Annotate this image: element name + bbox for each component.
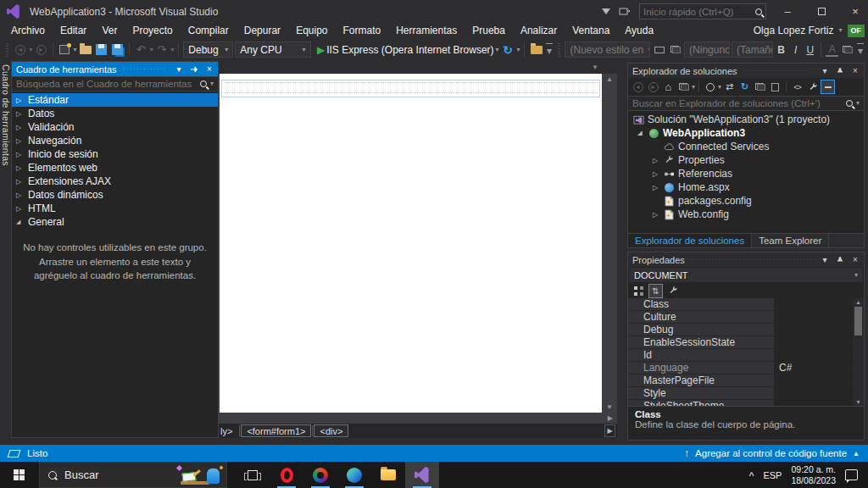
menu-proyecto[interactable]: Proyecto bbox=[125, 23, 180, 38]
tab-solution-explorer[interactable]: Explorador de soluciones bbox=[628, 234, 752, 247]
source-control-link[interactable]: Agregar al control de código fuente bbox=[695, 448, 847, 458]
properties-window-position-icon[interactable]: ▾ bbox=[819, 254, 831, 266]
tree-row-home-aspx[interactable]: ▷ Home.aspx bbox=[628, 180, 864, 194]
tag-navigator-next-icon[interactable]: ▶ bbox=[604, 424, 615, 437]
start-debug-caret-icon[interactable]: ▾ bbox=[496, 47, 499, 53]
toolbox-window-position-icon[interactable]: ▾ bbox=[173, 64, 185, 75]
menu-compilar[interactable]: Compilar bbox=[181, 23, 236, 38]
formatting-toolbar-grip[interactable] bbox=[558, 43, 560, 57]
se-properties-wrench-icon[interactable] bbox=[805, 80, 820, 94]
underline-button[interactable]: U bbox=[804, 42, 816, 58]
toolbox-search-input[interactable] bbox=[16, 79, 197, 89]
tab-team-explorer[interactable]: Team Explorer bbox=[752, 234, 829, 247]
taskbar-microsoft365[interactable] bbox=[303, 462, 337, 488]
taskbar-edge[interactable] bbox=[337, 462, 371, 488]
solution-explorer-window-position-icon[interactable]: ▾ bbox=[819, 65, 831, 77]
tab-list-dropdown-icon[interactable]: ▼ bbox=[592, 64, 598, 71]
menu-analizar[interactable]: Analizar bbox=[513, 23, 565, 38]
div-outline[interactable] bbox=[224, 82, 598, 93]
tree-row-references[interactable]: ▷ Referencias bbox=[628, 167, 864, 180]
target-rule-combo[interactable]: (Nuevo estilo en▾ bbox=[565, 42, 650, 58]
send-feedback-icon[interactable] bbox=[619, 7, 631, 17]
se-pending-changes-icon[interactable] bbox=[703, 80, 717, 94]
expander-icon[interactable]: ▷ bbox=[16, 205, 23, 213]
scroll-right-icon[interactable]: ▶ bbox=[608, 414, 613, 422]
feedback-filter-icon[interactable] bbox=[602, 8, 610, 14]
properties-close-icon[interactable]: × bbox=[849, 254, 861, 266]
toolbox-category-datos-dinamicos[interactable]: ▷Datos dinámicos bbox=[12, 188, 218, 202]
menu-ayuda[interactable]: Ayuda bbox=[617, 23, 661, 38]
minimize-button[interactable]: – bbox=[775, 1, 800, 22]
menu-ver[interactable]: Ver bbox=[94, 23, 125, 38]
browse-with-icon[interactable] bbox=[529, 41, 543, 58]
toolbox-category-datos[interactable]: ▷Datos bbox=[12, 107, 218, 120]
menu-formato[interactable]: Formato bbox=[336, 23, 389, 38]
scroll-up-icon[interactable]: ▲ bbox=[855, 299, 861, 305]
close-button[interactable]: × bbox=[843, 1, 868, 22]
se-code-view-icon[interactable]: <> bbox=[790, 80, 804, 94]
menu-prueba[interactable]: Prueba bbox=[465, 23, 513, 38]
editor-vertical-scrollbar[interactable]: ▲ ▼ bbox=[602, 74, 617, 413]
expander-icon[interactable]: ▷ bbox=[16, 164, 23, 172]
font-size-combo[interactable]: (Tamaño▾ bbox=[732, 42, 773, 58]
taskbar-clock[interactable]: 09:20 a. m. 18/08/2023 bbox=[791, 464, 836, 485]
toolbar-grip[interactable] bbox=[6, 43, 8, 57]
toolbox-category-html[interactable]: ▷HTML bbox=[12, 202, 218, 215]
navigate-back-caret-icon[interactable]: ▾ bbox=[29, 47, 32, 53]
style-application-icon[interactable] bbox=[668, 41, 682, 58]
se-home-icon[interactable]: ⌂ bbox=[661, 80, 676, 94]
tree-row-properties[interactable]: ▷ Properties bbox=[628, 153, 864, 167]
save-icon[interactable] bbox=[94, 41, 108, 58]
toolbox-header[interactable]: Cuadro de herramientas ▾ × bbox=[12, 62, 218, 76]
task-view-button[interactable] bbox=[236, 462, 270, 488]
property-row[interactable]: Culture bbox=[628, 311, 864, 324]
bold-button[interactable]: B bbox=[775, 42, 787, 58]
tag-div[interactable]: <div> bbox=[314, 424, 348, 437]
se-preview-selected-icon[interactable] bbox=[821, 80, 835, 94]
start-debug-label[interactable]: IIS Express (Opera Internet Browser) bbox=[326, 44, 493, 56]
property-row[interactable]: MasterPageFile bbox=[628, 374, 864, 387]
solution-explorer-search-input[interactable] bbox=[632, 98, 843, 108]
property-row[interactable]: Debug bbox=[628, 324, 864, 336]
expander-icon[interactable]: ▷ bbox=[651, 211, 659, 219]
expander-icon[interactable]: ▷ bbox=[16, 191, 23, 199]
solution-configuration-combo[interactable]: Debug▾ bbox=[183, 42, 233, 58]
undo-icon[interactable]: ↶ bbox=[134, 41, 148, 58]
editor-horizontal-scrollbar[interactable]: ▶ bbox=[219, 413, 617, 424]
tree-row-solution[interactable]: Solución "WebApplication3" (1 proyecto) bbox=[628, 113, 864, 126]
navigate-back-icon[interactable]: ◄ bbox=[13, 41, 27, 58]
panel-splitter[interactable] bbox=[617, 61, 627, 445]
refresh-caret-icon[interactable]: ▾ bbox=[516, 47, 520, 53]
se-refresh-icon[interactable]: ↻ bbox=[737, 80, 752, 94]
menu-editar[interactable]: Editar bbox=[53, 23, 94, 38]
new-project-caret-icon[interactable]: ▾ bbox=[74, 47, 77, 53]
menu-archivo[interactable]: Archivo bbox=[3, 23, 53, 38]
property-row[interactable]: StyleSheetTheme bbox=[628, 400, 864, 406]
solution-explorer-close-icon[interactable]: × bbox=[849, 65, 861, 77]
expander-icon[interactable]: ▷ bbox=[16, 97, 23, 104]
user-name[interactable]: Olga Lopez Fortiz bbox=[754, 25, 834, 36]
tree-row-project[interactable]: ◢ WebApplication3 bbox=[628, 126, 864, 140]
toolbox-autohide-tab[interactable]: Cuadro de herramientas bbox=[1, 64, 11, 445]
taskbar-search-box[interactable]: Buscar bbox=[39, 462, 227, 488]
property-row[interactable]: EnableSessionState bbox=[628, 336, 864, 349]
expander-icon[interactable]: ▷ bbox=[651, 170, 659, 178]
menu-herramientas[interactable]: Herramientas bbox=[388, 23, 465, 38]
toolbox-category-elementos-web[interactable]: ▷Elementos web bbox=[12, 161, 218, 175]
show-overlay-glyphs-icon[interactable] bbox=[652, 41, 666, 58]
toolbox-category-ajax[interactable]: ▷Extensiones AJAX bbox=[12, 175, 218, 188]
start-debug-icon[interactable]: ▶ bbox=[317, 44, 325, 56]
scroll-down-icon[interactable]: ▼ bbox=[606, 403, 613, 411]
navigate-forward-icon[interactable]: ► bbox=[34, 41, 48, 58]
property-row[interactable]: Style bbox=[628, 387, 864, 400]
toolbox-category-general[interactable]: ◢General bbox=[12, 215, 218, 229]
new-project-icon[interactable] bbox=[58, 41, 72, 58]
redo-caret-icon[interactable]: ▾ bbox=[170, 47, 174, 53]
tag-form[interactable]: <form#form1> bbox=[241, 424, 311, 437]
expander-icon[interactable]: ▷ bbox=[651, 184, 659, 191]
quick-launch-box[interactable] bbox=[639, 3, 766, 19]
se-show-all-files-icon[interactable] bbox=[768, 80, 782, 94]
se-collapse-all-icon[interactable] bbox=[753, 80, 767, 94]
scroll-down-icon[interactable]: ▼ bbox=[855, 399, 861, 405]
taskbar-file-explorer[interactable] bbox=[371, 462, 405, 488]
